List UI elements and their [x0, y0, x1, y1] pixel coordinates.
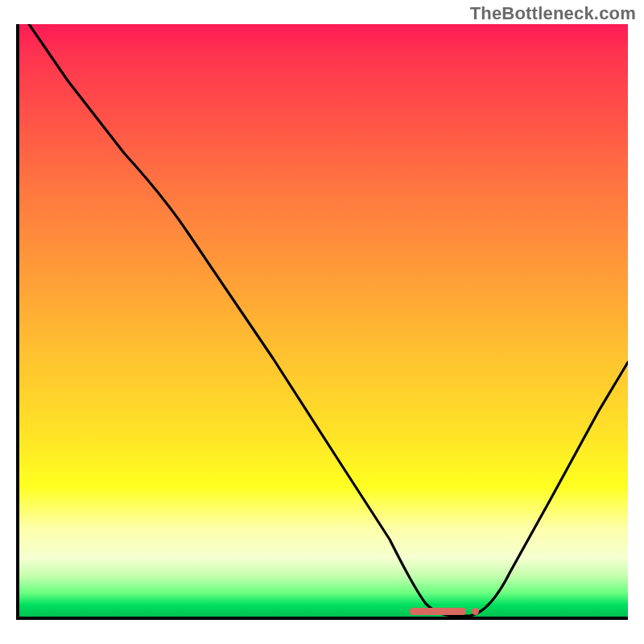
valley-end-dot	[472, 608, 479, 615]
chart-container: TheBottleneck.com	[0, 0, 644, 644]
plot-area	[16, 24, 628, 620]
bottleneck-curve	[19, 24, 628, 617]
curve-path	[29, 24, 628, 616]
watermark-text: TheBottleneck.com	[470, 3, 636, 24]
valley-band-marker	[410, 608, 466, 615]
